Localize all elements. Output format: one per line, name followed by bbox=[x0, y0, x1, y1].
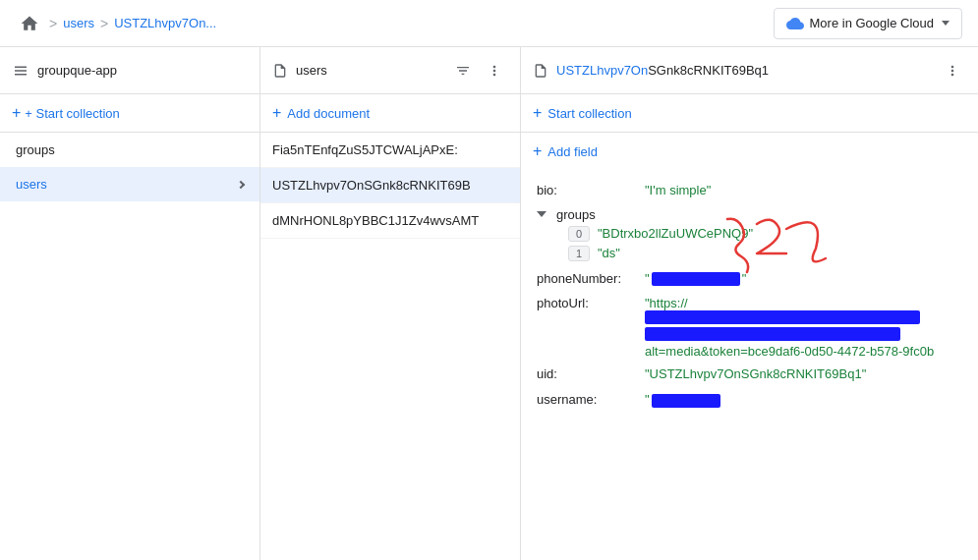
cloud-icon bbox=[786, 15, 804, 32]
collection-item-groups[interactable]: groups bbox=[0, 133, 259, 167]
photourl-section: photoUrl: "https://redacted r alt=media&… bbox=[521, 293, 978, 362]
group-array-item-0: 0 "BDtrxbo2llZuUWCePNQ9" bbox=[568, 224, 962, 244]
chevron-down-icon bbox=[942, 21, 949, 26]
collection-groups-label: groups bbox=[16, 142, 55, 157]
start-collection-label: + Start collection bbox=[25, 106, 119, 121]
more-vert-docs-icon bbox=[487, 63, 502, 79]
fields-panel-title: USTZLhvpv7OnSGnk8cRNKIT69Bq1 bbox=[556, 63, 931, 78]
collections-panel-title: groupque-app bbox=[37, 63, 248, 78]
fields-start-collection-button[interactable]: + Start collection bbox=[521, 94, 978, 133]
documents-panel-title: users bbox=[296, 63, 441, 78]
photourl-row: photoUrl: "https://redacted r alt=media&… bbox=[537, 296, 962, 359]
bio-key: bio: bbox=[537, 181, 645, 201]
group-value-1: "ds" bbox=[598, 246, 620, 260]
breadcrumb: > users > USTZLhvpv7On... bbox=[16, 10, 216, 37]
username-key: username: bbox=[537, 390, 645, 411]
add-doc-plus-icon: + bbox=[272, 104, 281, 122]
more-google-label: More in Google Cloud bbox=[810, 16, 934, 30]
doc-item-3[interactable]: dMNrHONL8pYBBC1J1Zv4wvsAMT bbox=[260, 203, 520, 239]
collections-icon bbox=[12, 62, 29, 80]
fields-start-collection-label: Start collection bbox=[547, 106, 631, 121]
fields-plus-icon: + bbox=[533, 104, 542, 122]
more-google-cloud-button[interactable]: More in Google Cloud bbox=[774, 8, 962, 39]
topbar-right: More in Google Cloud bbox=[774, 8, 962, 39]
fields-panel-icons bbox=[939, 57, 966, 84]
fields-area: bio: "I'm simple" groups 0 "BDtrxbo2llZu… bbox=[521, 170, 978, 421]
bio-value: "I'm simple" bbox=[645, 181, 711, 201]
collection-item-users[interactable]: users bbox=[0, 167, 259, 201]
photourl-value-block: "https://redacted r alt=media&token=bce9… bbox=[645, 296, 962, 359]
doc-item-2-label: USTZLhvpv7OnSGnk8cRNKIT69B bbox=[272, 178, 471, 193]
group-array-item-1: 1 "ds" bbox=[568, 244, 962, 263]
documents-panel: users + Add document Fia5 bbox=[260, 47, 521, 560]
home-icon bbox=[20, 14, 39, 33]
quote-open-username: " bbox=[645, 390, 650, 411]
start-collection-button[interactable]: + + Start collection bbox=[0, 94, 259, 133]
photoUrl-prefix: "https:// bbox=[645, 296, 688, 310]
add-field-button[interactable]: + Add field bbox=[521, 133, 978, 170]
username-value: " redacted bbox=[645, 390, 720, 411]
collections-panel-header: groupque-app bbox=[0, 47, 259, 94]
documents-panel-content: + Add document Fia5nTEnfqZuS5JTCWALjAPxE… bbox=[260, 94, 520, 560]
triangle-down-icon bbox=[537, 211, 547, 217]
more-vert-fields-button[interactable] bbox=[939, 57, 966, 84]
collections-panel-content: + + Start collection groups users bbox=[0, 94, 259, 560]
fields-panel-content: + Start collection + Add field bio: "I'm… bbox=[521, 94, 978, 560]
collections-panel: groupque-app + + Start collection groups… bbox=[0, 47, 260, 560]
username-redacted: redacted bbox=[652, 394, 720, 408]
array-index-1: 1 bbox=[568, 246, 590, 261]
collection-users-label: users bbox=[16, 177, 47, 192]
bio-field-row: bio: "I'm simple" bbox=[521, 178, 978, 204]
username-field-row: username: " redacted bbox=[521, 387, 978, 414]
quote-open-phone: " bbox=[645, 269, 650, 290]
groups-collapse-toggle[interactable]: groups bbox=[537, 207, 962, 222]
phoneNumber-key: phoneNumber: bbox=[537, 269, 645, 290]
more-vert-docs-button[interactable] bbox=[481, 57, 508, 84]
add-field-label: Add field bbox=[547, 144, 598, 159]
uid-field-row: uid: "USTZLhvpv7OnSGnk8cRNKIT69Bq1" bbox=[521, 362, 978, 388]
documents-panel-header: users bbox=[260, 47, 520, 94]
photoUrl-line3: alt=media&token=bce9daf6-0d50-4472-b578-… bbox=[645, 344, 962, 359]
topbar: > users > USTZLhvpv7On... More in Google… bbox=[0, 0, 978, 47]
plus-icon: + bbox=[12, 104, 21, 122]
quote-close-phone: " bbox=[742, 269, 747, 290]
more-vert-fields-icon bbox=[945, 63, 960, 79]
documents-panel-icons bbox=[449, 57, 508, 84]
chevron-right-icon bbox=[237, 180, 245, 188]
document-icon bbox=[272, 63, 288, 79]
doc-item-3-label: dMNrHONL8pYBBC1J1Zv4wvsAMT bbox=[272, 213, 479, 228]
uid-key: uid: bbox=[537, 364, 645, 385]
groups-section: groups 0 "BDtrxbo2llZuUWCePNQ9" 1 "ds" bbox=[521, 204, 978, 266]
fields-title-suffix: SGnk8cRNKIT69Bq1 bbox=[648, 63, 769, 78]
filter-button[interactable] bbox=[449, 57, 477, 84]
array-index-0: 0 bbox=[568, 226, 590, 242]
photoUrl-key: photoUrl: bbox=[537, 296, 645, 310]
add-document-label: Add document bbox=[287, 106, 370, 121]
phoneNumber-value: " redacted " bbox=[645, 269, 746, 290]
fields-doc-icon bbox=[533, 63, 548, 79]
doc-item-1-label: Fia5nTEnfqZuS5JTCWALjAPxE: bbox=[272, 142, 458, 157]
photoUrl-redacted-2: r bbox=[645, 327, 900, 341]
doc-item-2[interactable]: USTZLhvpv7OnSGnk8cRNKIT69B bbox=[260, 168, 520, 203]
main-layout: groupque-app + + Start collection groups… bbox=[0, 47, 978, 560]
phone-field-row: phoneNumber: " redacted " bbox=[521, 266, 978, 293]
photoUrl-line2: r bbox=[645, 327, 962, 342]
groups-items: 0 "BDtrxbo2llZuUWCePNQ9" 1 "ds" bbox=[568, 224, 962, 263]
doc-item-1[interactable]: Fia5nTEnfqZuS5JTCWALjAPxE: bbox=[260, 133, 520, 168]
phoneNumber-redacted: redacted bbox=[652, 272, 740, 286]
uid-value: "USTZLhvpv7OnSGnk8cRNKIT69Bq1" bbox=[645, 364, 866, 385]
add-document-button[interactable]: + Add document bbox=[260, 94, 520, 133]
add-field-plus-icon: + bbox=[533, 142, 542, 160]
breadcrumb-doc-link[interactable]: USTZLhvpv7On... bbox=[114, 16, 216, 30]
breadcrumb-sep-1: > bbox=[49, 16, 57, 31]
group-value-0: "BDtrxbo2llZuUWCePNQ9" bbox=[598, 226, 753, 241]
filter-icon bbox=[455, 63, 471, 79]
breadcrumb-sep-2: > bbox=[100, 16, 108, 31]
fields-panel-header: USTZLhvpv7OnSGnk8cRNKIT69Bq1 bbox=[521, 47, 978, 94]
breadcrumb-users-link[interactable]: users bbox=[63, 16, 94, 30]
home-button[interactable] bbox=[16, 10, 43, 37]
fields-title-prefix: USTZLhvpv7On bbox=[556, 63, 648, 78]
photoUrl-redacted-1: redacted bbox=[645, 310, 920, 324]
collection-item-users-row: users bbox=[16, 177, 244, 192]
fields-panel: USTZLhvpv7OnSGnk8cRNKIT69Bq1 + Start col… bbox=[521, 47, 978, 560]
